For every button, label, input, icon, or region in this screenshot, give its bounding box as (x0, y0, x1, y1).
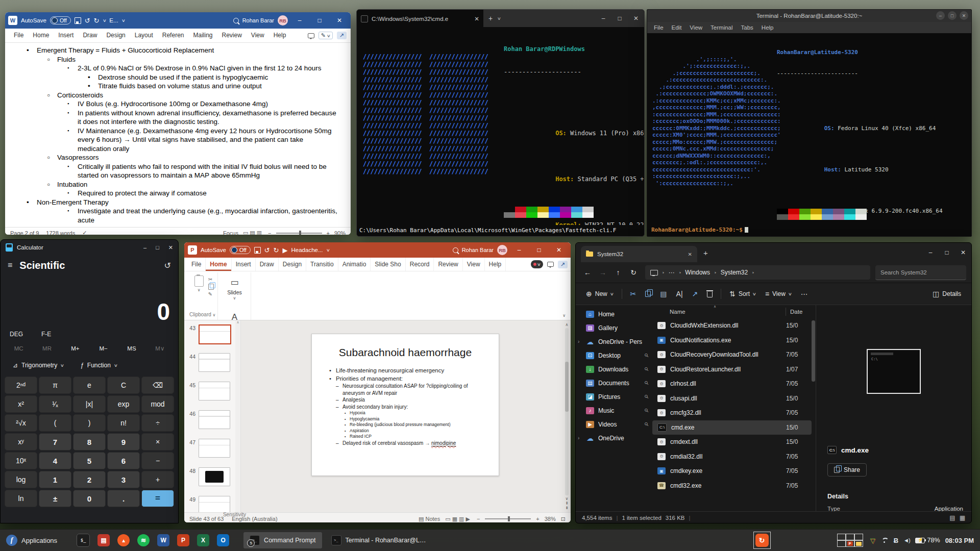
minimize-button[interactable]: – (595, 15, 611, 21)
calculator-key[interactable]: 7 (39, 433, 71, 450)
ribbon-tab[interactable]: Insert (232, 258, 256, 271)
word-count[interactable]: 1728 words (46, 230, 75, 235)
menu-item[interactable]: Help (758, 24, 777, 31)
calculator-key[interactable]: ± (39, 490, 71, 507)
breadcrumb-ellipsis[interactable]: ··· (669, 269, 675, 276)
zoom-in-button[interactable]: + (327, 230, 330, 235)
clock[interactable]: 08:03 PM (945, 537, 974, 544)
calculator-key[interactable]: ¹⁄ₓ (39, 395, 71, 413)
share-button[interactable]: ↗ (558, 261, 568, 268)
slide-thumbnail[interactable]: 46 (188, 410, 230, 429)
document-title[interactable]: E... (109, 17, 118, 23)
paste-button[interactable]: ∨ (191, 276, 207, 312)
cut-icon[interactable]: ✂ (208, 277, 214, 282)
file-row[interactable]: ▣ CloudNotifications.exe 15/0 (652, 333, 812, 348)
calculator-key[interactable]: . (107, 490, 140, 507)
launcher-icon[interactable]: ▤ (97, 534, 110, 546)
details-pane-button[interactable]: ◫Details (928, 287, 965, 300)
ribbon-tab[interactable]: Transitio (306, 258, 338, 271)
window-button[interactable]: >_5 Command Prompt (243, 532, 322, 548)
file-row[interactable]: ▣ cmdkey.exe 7/05 (652, 464, 812, 479)
launcher-icon[interactable]: W (157, 534, 169, 546)
undo-icon[interactable]: ↺ (264, 246, 270, 254)
file-row[interactable]: ☎ cmdl32.exe 7/05 (652, 479, 812, 493)
slide-indicator[interactable]: Slide 43 of 63 (189, 516, 224, 522)
rename-button[interactable]: A| (672, 287, 687, 300)
slide-canvas[interactable]: Subarachnoid haemorrhage • Life-threaten… (311, 334, 499, 476)
calculator-key[interactable]: = (141, 490, 174, 507)
calculator-key[interactable]: |x| (73, 395, 106, 413)
slide-thumbnail[interactable]: 47 (188, 439, 230, 458)
maximize-button[interactable]: □ (948, 11, 957, 20)
calculator-key[interactable]: e (73, 377, 106, 394)
minimize-button[interactable]: – (291, 17, 308, 23)
ribbon-tab[interactable]: File (187, 258, 206, 271)
cmd-tab[interactable]: C:\Windows\System32\cmd.e ✕ (357, 9, 483, 28)
column-headers[interactable]: ∧ Name Date (652, 305, 816, 318)
calculator-key[interactable]: C (107, 377, 140, 394)
angle-unit-button[interactable]: DEG (10, 331, 23, 338)
avatar[interactable]: RB (278, 15, 288, 26)
explorer-tab[interactable]: System32 ✕ (581, 246, 697, 262)
redo-icon[interactable]: ↻ (274, 246, 279, 254)
large-icons-view-icon[interactable]: ▦ (960, 514, 965, 521)
search-icon[interactable] (453, 247, 458, 253)
ribbon-tab[interactable]: Insert (54, 29, 78, 42)
ribbon-tab[interactable]: Mailing (188, 29, 217, 42)
ribbon-tab[interactable]: Animatio (338, 258, 371, 271)
maximize-button[interactable]: □ (531, 247, 547, 253)
language-indicator[interactable]: English (Australia) (232, 516, 277, 522)
calculator-key[interactable]: xʸ (5, 433, 37, 450)
calculator-mode[interactable]: Scientific (19, 260, 65, 271)
close-button[interactable]: ✕ (628, 15, 644, 21)
calculator-key[interactable]: 10ˣ (5, 452, 37, 469)
close-button[interactable]: ✕ (960, 11, 968, 20)
slide-scrollbar[interactable]: ∧∨⇞⇟ (564, 322, 570, 510)
minimize-button[interactable]: – (936, 11, 945, 20)
close-button[interactable]: ✕ (331, 17, 348, 23)
forward-button[interactable]: → (596, 268, 609, 277)
view-switcher-icons[interactable]: ▭▤▥ (243, 230, 263, 235)
new-tab-button[interactable]: + (697, 248, 714, 257)
calculator-key[interactable]: log (5, 471, 37, 488)
editing-mode-button[interactable]: ✎ ∨ (318, 32, 333, 39)
calculator-key[interactable]: π (39, 377, 71, 394)
ribbon-tab[interactable]: Review (434, 258, 462, 271)
memory-button[interactable]: MS (117, 345, 145, 352)
breadcrumb-item[interactable]: Windows (685, 269, 710, 276)
calculator-key[interactable]: 0 (73, 490, 106, 507)
notes-button[interactable]: ▤ Notes (419, 516, 440, 522)
powerpoint-tray-icon[interactable]: P (846, 540, 854, 547)
calculator-key[interactable]: ) (73, 414, 106, 432)
file-row[interactable]: ⚙ clrhost.dll 7/05 (652, 377, 812, 391)
memory-button[interactable]: MR (33, 345, 61, 352)
close-button[interactable]: ✕ (168, 244, 173, 251)
ribbon-tab[interactable]: Home (28, 29, 54, 42)
calculator-key[interactable]: ²√x (5, 414, 37, 432)
calculator-key[interactable]: 1 (39, 471, 71, 488)
zoom-slider[interactable] (485, 518, 531, 519)
ribbon-group-button[interactable]: ▭ Slides ∨ (220, 273, 249, 300)
new-button[interactable]: ⊕New∨ (582, 287, 618, 300)
folder-tray-icon[interactable] (854, 540, 863, 547)
ribbon-tab[interactable]: Draw (78, 29, 102, 42)
file-row[interactable]: ⚙ cmcfg32.dll 7/05 (652, 406, 812, 420)
memory-button[interactable]: M+ (61, 345, 89, 352)
close-button[interactable]: ✕ (551, 247, 567, 253)
launcher-icon[interactable]: $_ (77, 534, 90, 547)
battery-indicator[interactable]: ⚡ 78% (915, 537, 940, 544)
window-button[interactable]: >_ Terminal - RohanBarar@L… (325, 532, 432, 548)
proofing-icon[interactable]: ✓ (82, 230, 87, 235)
tab-close-icon[interactable]: ✕ (474, 15, 479, 22)
calculator-key[interactable]: ( (39, 414, 71, 432)
record-button[interactable]: ∨ (531, 260, 543, 268)
view-switcher-icons[interactable]: ▭▦▥▶ (445, 516, 472, 522)
maximize-button[interactable]: □ (311, 17, 328, 23)
function-dropdown[interactable]: ƒFunction∨ (75, 360, 122, 371)
wifi-icon[interactable] (880, 538, 889, 543)
zoom-out-button[interactable]: − (477, 516, 480, 522)
autosave-toggle[interactable]: Off (50, 16, 71, 24)
sidebar-item[interactable]: ⌂ Home (576, 307, 652, 321)
zoom-in-button[interactable]: + (536, 516, 539, 522)
hamburger-menu-icon[interactable]: ≡ (8, 261, 12, 270)
